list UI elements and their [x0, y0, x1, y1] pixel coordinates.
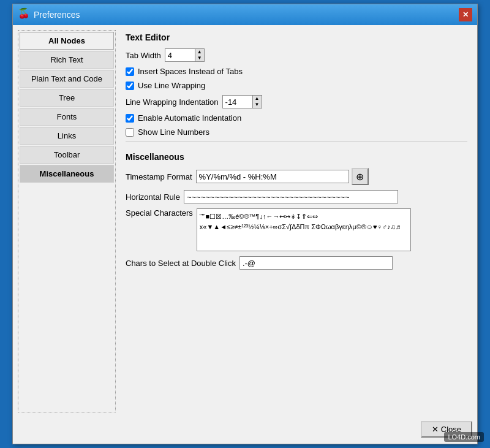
double-click-input[interactable] — [239, 256, 393, 270]
sidebar-item-tree[interactable]: Tree — [20, 89, 114, 107]
sidebar-item-all-nodes[interactable]: All Nodes — [20, 32, 114, 50]
line-wrapping-row: Line Wrapping Indentation ▲ ▼ — [126, 95, 467, 108]
enable-auto-indent-checkbox[interactable] — [126, 114, 134, 123]
line-wrapping-spinner-buttons: ▲ ▼ — [253, 95, 262, 108]
special-chars-box[interactable]: “”‘■☐☒…‰é©®™¶↓↑←→↤↣↡↧⇑⇐⇔ x«▼▲◄≤≥≠±¹²³½¼⅛… — [197, 208, 411, 251]
tab-width-input[interactable] — [165, 48, 195, 62]
miscellaneous-section: Miscellaneous Timestamp Format ⊕ Horizon… — [126, 152, 467, 270]
show-line-numbers-checkbox[interactable] — [126, 128, 134, 137]
close-footer-icon: ✕ — [432, 425, 439, 434]
tab-width-spinner-buttons: ▲ ▼ — [195, 48, 205, 62]
use-line-wrapping-label: Use Line Wrapping — [138, 81, 205, 90]
sidebar-item-links[interactable]: Links — [20, 127, 114, 145]
sidebar-item-toolbar[interactable]: Toolbar — [20, 146, 114, 164]
special-chars-label: Special Characters — [126, 208, 193, 218]
double-click-row: Chars to Select at Double Click — [126, 256, 467, 270]
insert-spaces-label: Insert Spaces Instead of Tabs — [138, 67, 243, 76]
use-line-wrapping-checkbox[interactable] — [126, 82, 134, 90]
line-wrapping-down-button[interactable]: ▼ — [253, 102, 262, 108]
content-area: Text Editor Tab Width ▲ ▼ Insert Spaces … — [121, 30, 472, 412]
lifebuoy-icon: ⊕ — [356, 171, 364, 183]
watermark: LO4D.com — [444, 432, 484, 442]
tab-width-row: Tab Width ▲ ▼ — [126, 48, 467, 62]
enable-auto-indent-label: Enable Automatic Indentation — [138, 113, 241, 123]
tab-width-spinner: ▲ ▼ — [165, 48, 205, 62]
timestamp-icon-button[interactable]: ⊕ — [352, 168, 369, 185]
timestamp-label: Timestamp Format — [126, 172, 192, 181]
footer: ✕ Close — [13, 417, 477, 444]
timestamp-row: Timestamp Format ⊕ — [126, 168, 467, 185]
use-line-wrapping-row: Use Line Wrapping — [126, 81, 467, 90]
line-wrapping-up-button[interactable]: ▲ — [253, 96, 262, 102]
misc-title: Miscellaneous — [126, 152, 467, 162]
show-line-numbers-label: Show Line Numbers — [138, 127, 209, 137]
preferences-window: 🍒 Preferences ✕ All Nodes Rich Text Plai… — [12, 4, 478, 444]
insert-spaces-row: Insert Spaces Instead of Tabs — [126, 67, 467, 76]
timestamp-input[interactable] — [196, 170, 349, 183]
window-body: All Nodes Rich Text Plain Text and Code … — [13, 25, 477, 417]
text-editor-title: Text Editor — [126, 32, 467, 42]
insert-spaces-checkbox[interactable] — [126, 67, 134, 76]
double-click-label: Chars to Select at Double Click — [126, 259, 236, 268]
sidebar-item-plain-text[interactable]: Plain Text and Code — [20, 70, 114, 88]
horizontal-rule-label: Horizontal Rule — [126, 192, 180, 202]
sidebar-item-rich-text[interactable]: Rich Text — [20, 51, 114, 69]
section-divider — [126, 142, 467, 142]
horizontal-rule-input[interactable] — [184, 190, 398, 203]
sidebar-item-miscellaneous[interactable]: Miscellaneous — [20, 165, 114, 183]
sidebar: All Nodes Rich Text Plain Text and Code … — [18, 30, 116, 412]
app-icon: 🍒 — [18, 9, 30, 21]
line-wrapping-label: Line Wrapping Indentation — [126, 97, 219, 107]
tab-width-down-button[interactable]: ▼ — [195, 55, 204, 61]
line-wrapping-spinner: ▲ ▼ — [222, 95, 262, 108]
tab-width-label: Tab Width — [126, 51, 161, 60]
special-chars-row: Special Characters “”‘■☐☒…‰é©®™¶↓↑←→↤↣↡↧… — [126, 208, 467, 251]
window-title: Preferences — [34, 10, 80, 20]
window-close-button[interactable]: ✕ — [459, 8, 472, 21]
tab-width-up-button[interactable]: ▲ — [195, 49, 204, 55]
timestamp-wrap: ⊕ — [196, 168, 369, 185]
show-line-numbers-row: Show Line Numbers — [126, 127, 467, 137]
sidebar-item-fonts[interactable]: Fonts — [20, 108, 114, 126]
title-bar: 🍒 Preferences ✕ — [13, 4, 477, 25]
horizontal-rule-row: Horizontal Rule — [126, 190, 467, 203]
line-wrapping-input[interactable] — [222, 95, 253, 108]
enable-auto-indent-row: Enable Automatic Indentation — [126, 113, 467, 123]
title-bar-left: 🍒 Preferences — [18, 9, 80, 21]
